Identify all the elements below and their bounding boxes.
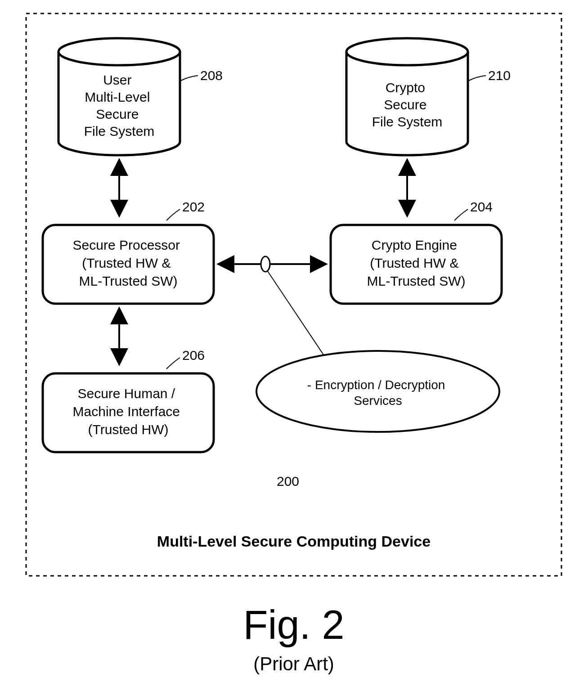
hmi-line3: (Trusted HW) bbox=[88, 422, 169, 437]
ref-204: 204 bbox=[470, 199, 493, 214]
hmi-line2: Machine Interface bbox=[73, 404, 180, 419]
figure-subcaption: (Prior Art) bbox=[253, 653, 334, 674]
engine-line1: Crypto Engine bbox=[372, 238, 457, 252]
svg-text:Crypto Engine
      (Trusted H: Crypto Engine (Trusted HW & ML-Trusted S… bbox=[367, 238, 466, 288]
ref-206: 206 bbox=[182, 348, 205, 363]
user-fs-line1: User bbox=[103, 72, 131, 87]
ref-208: 208 bbox=[200, 68, 223, 83]
hmi-box: Secure Human / Machine Interface (Truste… bbox=[43, 373, 214, 452]
svg-point-2 bbox=[346, 38, 468, 65]
engine-line3: ML-Trusted SW) bbox=[367, 274, 466, 288]
user-fs-line3: Secure bbox=[96, 107, 139, 121]
ref-202: 202 bbox=[182, 199, 205, 214]
crypto-fs-line3: File System bbox=[372, 114, 443, 129]
proc-line1: Secure Processor bbox=[73, 238, 180, 252]
services-line2: Services bbox=[354, 394, 402, 408]
engine-line2: (Trusted HW & bbox=[370, 256, 458, 270]
user-fs-line4: File System bbox=[84, 124, 155, 139]
svg-point-0 bbox=[58, 38, 180, 65]
figure-label: Fig. 2 bbox=[243, 602, 344, 647]
user-file-system-db: User Multi-Level Secure File System bbox=[58, 38, 180, 155]
crypto-engine-box: Crypto Engine (Trusted HW & ML-Trusted S… bbox=[331, 225, 502, 304]
link-tap-marker bbox=[261, 256, 270, 272]
services-ellipse: - Encryption / Decryption Services bbox=[256, 351, 499, 432]
services-line1: - Encryption / Decryption bbox=[307, 378, 445, 392]
connector-tap-to-services bbox=[268, 271, 324, 355]
ref-200: 200 bbox=[277, 474, 299, 489]
crypto-file-system-db: Crypto Secure File System bbox=[346, 38, 468, 155]
crypto-fs-line1: Crypto bbox=[386, 80, 425, 95]
hmi-line1: Secure Human / bbox=[77, 386, 175, 401]
svg-text:Secure Processor
      (Truste: Secure Processor (Trusted HW & ML-Truste… bbox=[73, 238, 184, 288]
secure-processor-box: Secure Processor (Trusted HW & ML-Truste… bbox=[43, 225, 214, 304]
proc-line3: ML-Trusted SW) bbox=[79, 274, 178, 288]
svg-text:Secure Human /
      Machine I: Secure Human / Machine Interface (Truste… bbox=[73, 386, 184, 437]
proc-line2: (Trusted HW & bbox=[82, 256, 171, 270]
device-caption: Multi-Level Secure Computing Device bbox=[157, 533, 431, 550]
user-fs-line2: Multi-Level bbox=[85, 90, 150, 104]
crypto-fs-line2: Secure bbox=[384, 97, 426, 112]
ref-210: 210 bbox=[488, 68, 511, 83]
